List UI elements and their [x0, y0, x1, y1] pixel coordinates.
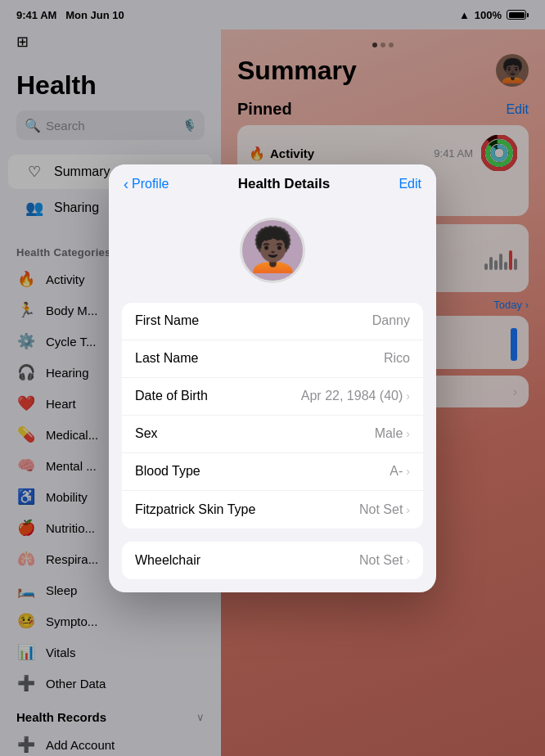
form-row-skin-type[interactable]: Fitzpatrick Skin Type Not Set › — [122, 491, 423, 529]
wheelchair-chevron: › — [406, 554, 410, 567]
skin-type-chevron: › — [406, 503, 410, 516]
modal-avatar-section: 🧑🏿‍🦱 — [109, 201, 436, 303]
modal-title: Health Details — [238, 176, 330, 192]
wheelchair-label: Wheelchair — [135, 553, 200, 568]
modal-extra-form: Wheelchair Not Set › — [122, 542, 423, 579]
last-name-label: Last Name — [135, 351, 198, 366]
modal-back-button[interactable]: ‹ Profile — [124, 176, 169, 193]
dob-value: Apr 22, 1984 (40) › — [301, 389, 410, 403]
modal-form: First Name Danny Last Name Rico Date of … — [122, 303, 423, 529]
form-row-wheelchair[interactable]: Wheelchair Not Set › — [122, 542, 423, 579]
blood-type-label: Blood Type — [135, 464, 200, 479]
modal-overlay[interactable]: ‹ Profile Health Details Edit 🧑🏿‍🦱 First… — [0, 0, 545, 756]
wheelchair-value: Not Set › — [359, 553, 410, 568]
form-row-blood-type[interactable]: Blood Type A- › — [122, 453, 423, 491]
last-name-value: Rico — [384, 351, 410, 366]
blood-type-chevron: › — [406, 465, 410, 478]
modal-edit-button[interactable]: Edit — [399, 177, 421, 191]
form-row-dob[interactable]: Date of Birth Apr 22, 1984 (40) › — [122, 378, 423, 416]
first-name-label: First Name — [135, 313, 199, 328]
skin-type-label: Fitzpatrick Skin Type — [135, 502, 255, 517]
modal-nav: ‹ Profile Health Details Edit — [109, 164, 436, 201]
sex-chevron: › — [406, 427, 410, 440]
blood-type-value: A- › — [390, 464, 410, 479]
form-row-sex[interactable]: Sex Male › — [122, 416, 423, 453]
avatar-memoji: 🧑🏿‍🦱 — [246, 225, 300, 275]
form-row-first-name: First Name Danny — [122, 303, 423, 340]
modal-back-label: Profile — [132, 177, 169, 191]
sex-value: Male › — [375, 426, 410, 441]
dob-chevron: › — [406, 389, 410, 403]
health-details-modal: ‹ Profile Health Details Edit 🧑🏿‍🦱 First… — [109, 164, 436, 592]
sex-label: Sex — [135, 426, 158, 441]
skin-type-value: Not Set › — [359, 502, 410, 517]
first-name-value: Danny — [372, 313, 410, 328]
back-chevron-icon: ‹ — [124, 176, 128, 193]
form-row-last-name: Last Name Rico — [122, 340, 423, 378]
dob-label: Date of Birth — [135, 389, 208, 403]
modal-avatar[interactable]: 🧑🏿‍🦱 — [240, 218, 305, 283]
